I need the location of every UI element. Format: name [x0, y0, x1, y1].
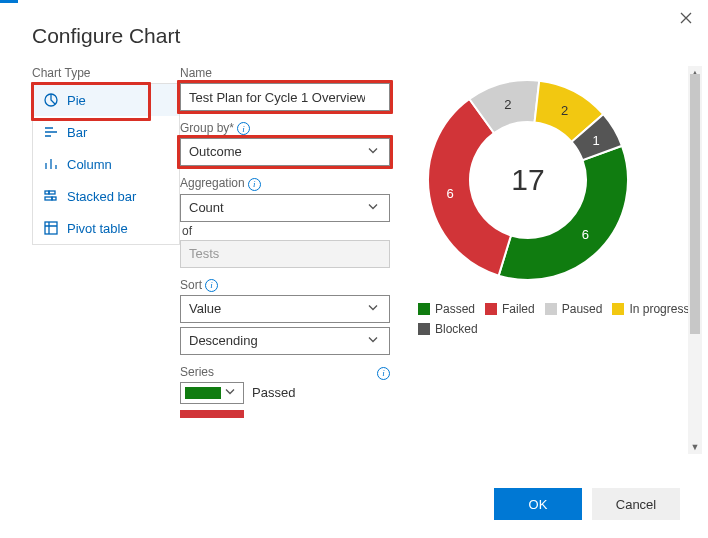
sort-direction-select[interactable]: Descending: [180, 327, 390, 355]
series-color-strip: [180, 410, 244, 418]
chart-type-label: Chart Type: [32, 66, 180, 80]
of-select: Tests: [180, 240, 390, 268]
chart-type-list: Pie Bar Column Stacked bar Pivot: [32, 83, 180, 245]
groupby-select[interactable]: Outcome: [180, 138, 390, 166]
svg-rect-2: [49, 191, 55, 194]
chart-type-bar-label: Bar: [67, 125, 87, 140]
info-icon[interactable]: i: [205, 279, 218, 292]
column-icon: [43, 156, 59, 172]
chevron-down-icon: [365, 299, 381, 318]
legend-item-in-progress: In progress: [612, 302, 689, 316]
svg-rect-5: [45, 222, 57, 234]
legend-swatch: [485, 303, 497, 315]
chevron-down-icon: [222, 383, 238, 402]
fields-panel: Name Group by*i Outcome: [180, 66, 390, 454]
legend-swatch: [545, 303, 557, 315]
aggregation-label: Aggregationi: [180, 176, 390, 190]
preview-panel: 17 66221 PassedFailedPausedIn progressBl…: [390, 66, 700, 454]
close-button[interactable]: [676, 8, 696, 28]
legend-label: Failed: [502, 302, 535, 316]
cancel-button[interactable]: Cancel: [592, 488, 680, 520]
series-item-name: Passed: [252, 385, 295, 400]
chart-type-pie[interactable]: Pie: [33, 84, 179, 116]
of-label: of: [182, 224, 390, 238]
pie-icon: [43, 92, 59, 108]
accent-bar: [0, 0, 18, 3]
chevron-down-icon: [365, 198, 381, 217]
donut-chart: 17 66221: [418, 70, 638, 290]
aggregation-select[interactable]: Count: [180, 194, 390, 222]
donut-center-total: 17: [418, 70, 638, 290]
svg-rect-4: [52, 197, 56, 200]
slice-value-label: 1: [592, 132, 599, 147]
series-label: Series: [180, 365, 214, 379]
chart-type-column[interactable]: Column: [33, 148, 179, 180]
sort-field-select[interactable]: Value: [180, 295, 390, 323]
chart-type-panel: Chart Type Pie Bar Column: [32, 66, 180, 454]
chevron-down-icon: [365, 331, 381, 350]
legend-label: Blocked: [435, 322, 478, 336]
name-label: Name: [180, 66, 390, 80]
dialog-buttons: OK Cancel: [494, 488, 680, 520]
legend-label: Passed: [435, 302, 475, 316]
legend-swatch: [418, 323, 430, 335]
legend-item-blocked: Blocked: [418, 322, 478, 336]
info-icon[interactable]: i: [377, 367, 390, 380]
svg-rect-3: [45, 197, 52, 200]
name-input[interactable]: [180, 83, 390, 111]
chart-type-stacked-label: Stacked bar: [67, 189, 136, 204]
sort-label: Sorti: [180, 278, 390, 292]
slice-value-label: 6: [582, 227, 589, 242]
info-icon[interactable]: i: [248, 178, 261, 191]
scroll-down-icon[interactable]: ▼: [688, 440, 702, 454]
scrollbar[interactable]: ▲ ▼: [688, 66, 702, 454]
dialog-title: Configure Chart: [0, 0, 708, 66]
chart-type-pie-label: Pie: [67, 93, 86, 108]
chart-legend: PassedFailedPausedIn progressBlocked: [418, 302, 700, 336]
chart-type-bar[interactable]: Bar: [33, 116, 179, 148]
legend-swatch: [418, 303, 430, 315]
legend-item-failed: Failed: [485, 302, 535, 316]
chevron-down-icon: [365, 143, 381, 162]
chart-type-pivot[interactable]: Pivot table: [33, 212, 179, 244]
legend-label: Paused: [562, 302, 603, 316]
pivot-icon: [43, 220, 59, 236]
close-icon: [678, 10, 694, 26]
chart-type-stacked[interactable]: Stacked bar: [33, 180, 179, 212]
legend-item-paused: Paused: [545, 302, 603, 316]
legend-item-passed: Passed: [418, 302, 475, 316]
chart-type-column-label: Column: [67, 157, 112, 172]
info-icon[interactable]: i: [237, 122, 250, 135]
slice-value-label: 6: [446, 185, 453, 200]
groupby-label: Group by*i: [180, 121, 390, 135]
scrollbar-thumb[interactable]: [690, 74, 700, 334]
bar-icon: [43, 124, 59, 140]
stacked-bar-icon: [43, 188, 59, 204]
legend-label: In progress: [629, 302, 689, 316]
configure-chart-dialog: Configure Chart Chart Type Pie Bar: [0, 0, 708, 538]
ok-button[interactable]: OK: [494, 488, 582, 520]
slice-value-label: 2: [561, 103, 568, 118]
legend-swatch: [612, 303, 624, 315]
slice-value-label: 2: [504, 96, 511, 111]
series-color-picker[interactable]: [180, 382, 244, 404]
chart-type-pivot-label: Pivot table: [67, 221, 128, 236]
